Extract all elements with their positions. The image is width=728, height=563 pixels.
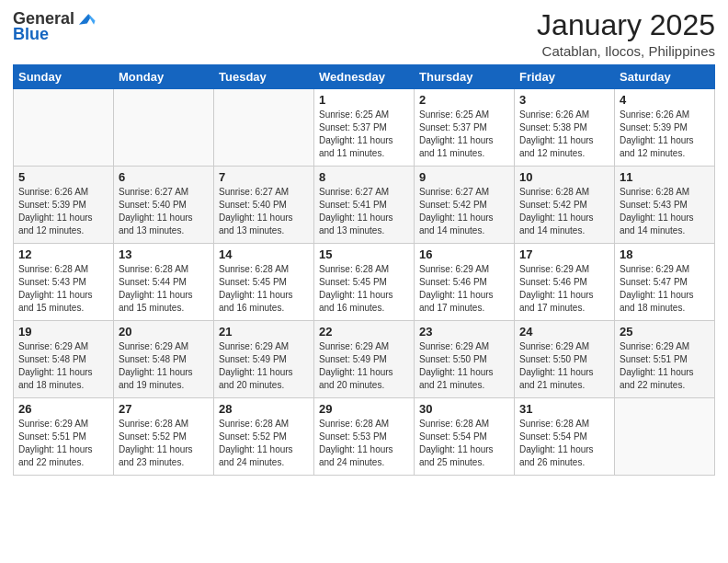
day-detail: Sunrise: 6:29 AMSunset: 5:51 PMDaylight:… xyxy=(620,340,710,392)
day-number: 13 xyxy=(119,247,209,261)
calendar-cell: 18Sunrise: 6:29 AMSunset: 5:47 PMDayligh… xyxy=(615,244,715,321)
header-thursday: Thursday xyxy=(415,65,515,89)
day-number: 24 xyxy=(519,325,609,339)
day-number: 21 xyxy=(219,325,309,339)
day-detail: Sunrise: 6:28 AMSunset: 5:45 PMDaylight:… xyxy=(219,263,309,315)
day-number: 6 xyxy=(119,170,209,184)
day-detail: Sunrise: 6:28 AMSunset: 5:44 PMDaylight:… xyxy=(119,263,209,315)
day-number: 31 xyxy=(519,402,609,416)
calendar-cell xyxy=(14,89,114,167)
day-detail: Sunrise: 6:27 AMSunset: 5:41 PMDaylight:… xyxy=(319,186,409,237)
calendar-cell: 13Sunrise: 6:28 AMSunset: 5:44 PMDayligh… xyxy=(114,244,214,321)
header-wednesday: Wednesday xyxy=(314,65,415,89)
calendar-cell: 20Sunrise: 6:29 AMSunset: 5:48 PMDayligh… xyxy=(114,321,214,398)
day-detail: Sunrise: 6:29 AMSunset: 5:48 PMDaylight:… xyxy=(119,340,209,392)
day-detail: Sunrise: 6:27 AMSunset: 5:42 PMDaylight:… xyxy=(419,186,509,237)
day-detail: Sunrise: 6:26 AMSunset: 5:39 PMDaylight:… xyxy=(620,109,710,160)
calendar-cell xyxy=(214,89,314,167)
day-number: 28 xyxy=(219,402,309,416)
day-number: 15 xyxy=(319,247,409,261)
calendar-table: Sunday Monday Tuesday Wednesday Thursday… xyxy=(13,64,715,476)
day-detail: Sunrise: 6:29 AMSunset: 5:51 PMDaylight:… xyxy=(18,418,108,469)
day-number: 30 xyxy=(419,402,509,416)
calendar-cell: 3Sunrise: 6:26 AMSunset: 5:38 PMDaylight… xyxy=(515,89,615,167)
day-number: 11 xyxy=(620,170,710,184)
header-monday: Monday xyxy=(114,65,214,89)
day-number: 20 xyxy=(119,325,209,339)
day-detail: Sunrise: 6:28 AMSunset: 5:42 PMDaylight:… xyxy=(519,186,609,237)
day-number: 9 xyxy=(419,170,509,184)
calendar-cell: 9Sunrise: 6:27 AMSunset: 5:42 PMDaylight… xyxy=(415,167,515,244)
calendar-cell: 7Sunrise: 6:27 AMSunset: 5:40 PMDaylight… xyxy=(214,167,314,244)
calendar-week-0: 1Sunrise: 6:25 AMSunset: 5:37 PMDaylight… xyxy=(14,89,715,167)
day-number: 16 xyxy=(419,247,509,261)
calendar-cell: 22Sunrise: 6:29 AMSunset: 5:49 PMDayligh… xyxy=(314,321,415,398)
day-detail: Sunrise: 6:28 AMSunset: 5:45 PMDaylight:… xyxy=(319,263,409,315)
day-detail: Sunrise: 6:29 AMSunset: 5:49 PMDaylight:… xyxy=(219,340,309,392)
calendar-cell xyxy=(615,398,715,476)
day-detail: Sunrise: 6:28 AMSunset: 5:54 PMDaylight:… xyxy=(519,418,609,469)
day-detail: Sunrise: 6:27 AMSunset: 5:40 PMDaylight:… xyxy=(219,186,309,237)
calendar-cell: 2Sunrise: 6:25 AMSunset: 5:37 PMDaylight… xyxy=(415,89,515,167)
calendar-cell: 19Sunrise: 6:29 AMSunset: 5:48 PMDayligh… xyxy=(14,321,114,398)
day-detail: Sunrise: 6:25 AMSunset: 5:37 PMDaylight:… xyxy=(319,109,409,160)
day-number: 5 xyxy=(18,170,108,184)
calendar-cell: 12Sunrise: 6:28 AMSunset: 5:43 PMDayligh… xyxy=(14,244,114,321)
header-saturday: Saturday xyxy=(615,65,715,89)
day-number: 3 xyxy=(519,93,609,107)
calendar-cell: 10Sunrise: 6:28 AMSunset: 5:42 PMDayligh… xyxy=(515,167,615,244)
calendar-cell: 16Sunrise: 6:29 AMSunset: 5:46 PMDayligh… xyxy=(415,244,515,321)
header-sunday: Sunday xyxy=(14,65,114,89)
day-detail: Sunrise: 6:28 AMSunset: 5:54 PMDaylight:… xyxy=(419,418,509,469)
day-detail: Sunrise: 6:28 AMSunset: 5:43 PMDaylight:… xyxy=(620,186,710,237)
calendar-cell: 28Sunrise: 6:28 AMSunset: 5:52 PMDayligh… xyxy=(214,398,314,476)
header-friday: Friday xyxy=(515,65,615,89)
location-title: Catablan, Ilocos, Philippines xyxy=(537,43,715,59)
calendar-cell xyxy=(114,89,214,167)
day-number: 26 xyxy=(18,402,108,416)
calendar-cell: 26Sunrise: 6:29 AMSunset: 5:51 PMDayligh… xyxy=(14,398,114,476)
day-number: 7 xyxy=(219,170,309,184)
calendar-cell: 17Sunrise: 6:29 AMSunset: 5:46 PMDayligh… xyxy=(515,244,615,321)
day-number: 8 xyxy=(319,170,409,184)
day-detail: Sunrise: 6:27 AMSunset: 5:40 PMDaylight:… xyxy=(119,186,209,237)
day-number: 12 xyxy=(18,247,108,261)
calendar-cell: 8Sunrise: 6:27 AMSunset: 5:41 PMDaylight… xyxy=(314,167,415,244)
day-detail: Sunrise: 6:29 AMSunset: 5:47 PMDaylight:… xyxy=(620,263,710,315)
calendar-cell: 6Sunrise: 6:27 AMSunset: 5:40 PMDaylight… xyxy=(114,167,214,244)
calendar-page: General Blue January 2025 Catablan, Iloc… xyxy=(0,0,728,563)
calendar-cell: 15Sunrise: 6:28 AMSunset: 5:45 PMDayligh… xyxy=(314,244,415,321)
calendar-week-4: 26Sunrise: 6:29 AMSunset: 5:51 PMDayligh… xyxy=(14,398,715,476)
day-detail: Sunrise: 6:25 AMSunset: 5:37 PMDaylight:… xyxy=(419,109,509,160)
day-detail: Sunrise: 6:26 AMSunset: 5:39 PMDaylight:… xyxy=(18,186,108,237)
day-number: 4 xyxy=(620,93,710,107)
calendar-cell: 23Sunrise: 6:29 AMSunset: 5:50 PMDayligh… xyxy=(415,321,515,398)
day-number: 10 xyxy=(519,170,609,184)
day-detail: Sunrise: 6:28 AMSunset: 5:52 PMDaylight:… xyxy=(119,418,209,469)
day-detail: Sunrise: 6:28 AMSunset: 5:43 PMDaylight:… xyxy=(18,263,108,315)
calendar-cell: 31Sunrise: 6:28 AMSunset: 5:54 PMDayligh… xyxy=(515,398,615,476)
day-detail: Sunrise: 6:29 AMSunset: 5:46 PMDaylight:… xyxy=(519,263,609,315)
calendar-week-2: 12Sunrise: 6:28 AMSunset: 5:43 PMDayligh… xyxy=(14,244,715,321)
day-number: 14 xyxy=(219,247,309,261)
calendar-cell: 24Sunrise: 6:29 AMSunset: 5:50 PMDayligh… xyxy=(515,321,615,398)
calendar-cell: 1Sunrise: 6:25 AMSunset: 5:37 PMDaylight… xyxy=(314,89,415,167)
header: General Blue January 2025 Catablan, Iloc… xyxy=(13,9,715,59)
logo-icon xyxy=(76,9,97,29)
day-detail: Sunrise: 6:29 AMSunset: 5:50 PMDaylight:… xyxy=(419,340,509,392)
day-detail: Sunrise: 6:29 AMSunset: 5:46 PMDaylight:… xyxy=(419,263,509,315)
calendar-cell: 30Sunrise: 6:28 AMSunset: 5:54 PMDayligh… xyxy=(415,398,515,476)
month-title: January 2025 xyxy=(537,9,715,41)
day-number: 23 xyxy=(419,325,509,339)
day-detail: Sunrise: 6:26 AMSunset: 5:38 PMDaylight:… xyxy=(519,109,609,160)
day-number: 19 xyxy=(18,325,108,339)
day-detail: Sunrise: 6:29 AMSunset: 5:48 PMDaylight:… xyxy=(18,340,108,392)
day-detail: Sunrise: 6:29 AMSunset: 5:49 PMDaylight:… xyxy=(319,340,409,392)
calendar-cell: 25Sunrise: 6:29 AMSunset: 5:51 PMDayligh… xyxy=(615,321,715,398)
day-detail: Sunrise: 6:28 AMSunset: 5:52 PMDaylight:… xyxy=(219,418,309,469)
calendar-cell: 4Sunrise: 6:26 AMSunset: 5:39 PMDaylight… xyxy=(615,89,715,167)
calendar-cell: 27Sunrise: 6:28 AMSunset: 5:52 PMDayligh… xyxy=(114,398,214,476)
title-block: January 2025 Catablan, Ilocos, Philippin… xyxy=(537,9,715,59)
header-tuesday: Tuesday xyxy=(214,65,314,89)
day-number: 27 xyxy=(119,402,209,416)
